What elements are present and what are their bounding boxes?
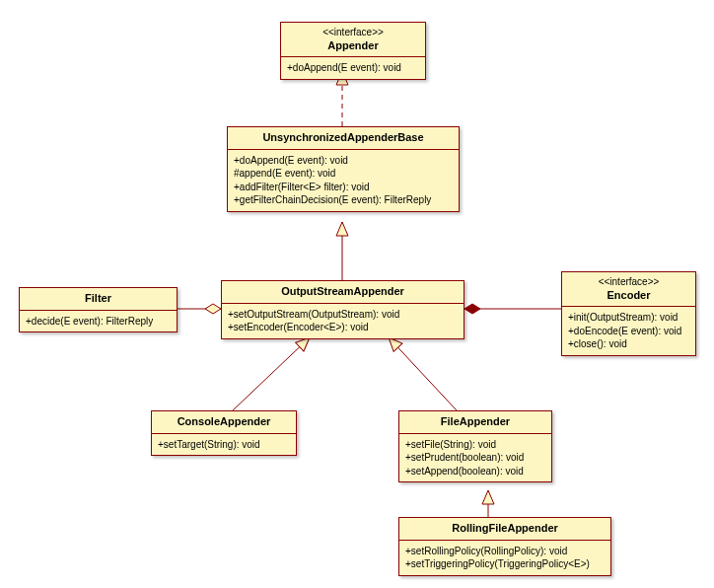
operation: +doEncode(E event): void: [568, 325, 689, 338]
class-body: +setRollingPolicy(RollingPolicy): void +…: [399, 541, 610, 575]
class-body: +init(OutputStream): void +doEncode(E ev…: [562, 307, 695, 355]
operation: +setRollingPolicy(RollingPolicy): void: [405, 545, 605, 558]
class-body: +decide(E event): FilterReply: [20, 311, 177, 332]
class-body: +doAppend(E event): void: [281, 57, 425, 79]
class-rolling-file-appender: RollingFileAppender +setRollingPolicy(Ro…: [398, 517, 611, 576]
class-name: ConsoleAppender: [178, 415, 271, 427]
operation: +addFilter(Filter<E> filter): void: [234, 181, 453, 194]
class-filter: Filter +decide(E event): FilterReply: [19, 287, 178, 332]
class-encoder: <<interface>> Encoder +init(OutputStream…: [561, 271, 696, 356]
class-header: Filter: [20, 288, 177, 311]
operation: +doAppend(E event): void: [287, 61, 419, 75]
operation: +setPrudent(boolean): void: [405, 451, 545, 465]
operation: +setTriggeringPolicy(TriggeringPolicy<E>…: [405, 557, 605, 571]
operation: +close(): void: [568, 337, 689, 351]
edge-file-extends-osa: [389, 337, 457, 410]
operation: +setOutputStream(OutputStream): void: [228, 308, 458, 322]
class-header: UnsynchronizedAppenderBase: [228, 127, 459, 150]
class-header: <<interface>> Encoder: [562, 272, 695, 307]
class-header: RollingFileAppender: [399, 518, 610, 541]
class-header: OutputStreamAppender: [222, 281, 464, 304]
class-name: OutputStreamAppender: [281, 285, 404, 297]
class-header: ConsoleAppender: [152, 411, 296, 434]
operation: +doAppend(E event): void: [234, 154, 453, 168]
class-header: FileAppender: [399, 411, 551, 434]
class-name: RollingFileAppender: [452, 522, 558, 534]
class-name: Filter: [85, 292, 111, 304]
operation: +init(OutputStream): void: [568, 311, 689, 325]
class-body: +setFile(String): void +setPrudent(boole…: [399, 434, 551, 482]
stereotype: <<interface>>: [568, 276, 689, 289]
class-name: UnsynchronizedAppenderBase: [262, 131, 423, 143]
operation: +setTarget(String): void: [158, 438, 290, 452]
operation: +setFile(String): void: [405, 438, 545, 452]
class-console-appender: ConsoleAppender +setTarget(String): void: [151, 410, 297, 456]
class-name: Encoder: [607, 289, 650, 301]
class-name: FileAppender: [441, 415, 510, 427]
operation: +setEncoder(Encoder<E>): void: [228, 321, 458, 334]
class-header: <<interface>> Appender: [281, 23, 425, 57]
operation: +setAppend(boolean): void: [405, 465, 545, 478]
class-body: +doAppend(E event): void #append(E event…: [228, 150, 459, 211]
stereotype: <<interface>>: [287, 27, 419, 39]
class-name: Appender: [327, 39, 378, 51]
class-file-appender: FileAppender +setFile(String): void +set…: [398, 410, 552, 482]
class-output-stream-appender: OutputStreamAppender +setOutputStream(Ou…: [221, 280, 464, 339]
edge-console-extends-osa: [233, 337, 310, 410]
class-appender: <<interface>> Appender +doAppend(E event…: [280, 22, 426, 80]
operation: #append(E event): void: [234, 167, 453, 181]
operation: +decide(E event): FilterReply: [26, 315, 171, 329]
operation: +getFilterChainDecision(E event): Filter…: [234, 193, 453, 207]
class-body: +setTarget(String): void: [152, 434, 296, 456]
class-body: +setOutputStream(OutputStream): void +se…: [222, 304, 464, 338]
class-unsynchronized-appender-base: UnsynchronizedAppenderBase +doAppend(E e…: [227, 126, 460, 212]
